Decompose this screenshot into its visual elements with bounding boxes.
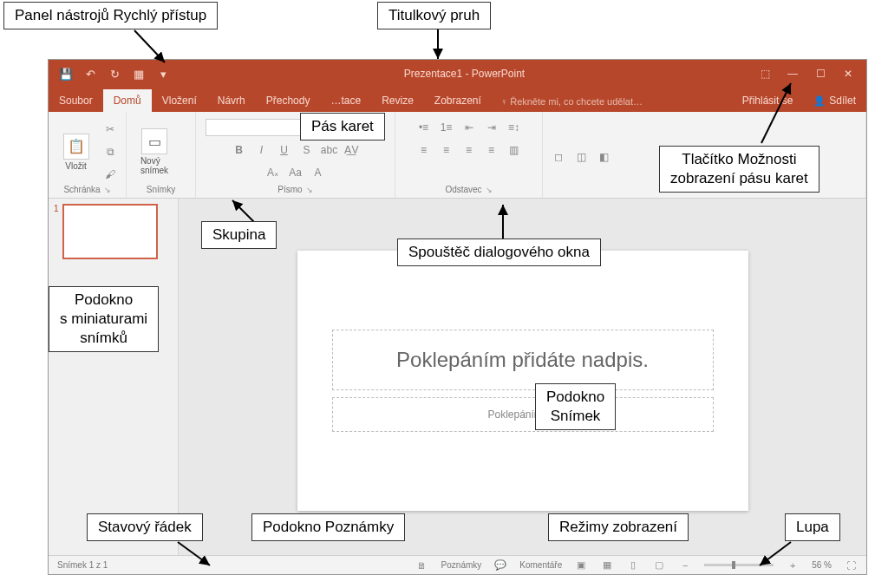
sorter-view-icon[interactable]: ▦ [600, 559, 614, 572]
slideshow-view-icon[interactable]: ▢ [652, 559, 666, 572]
align-right-icon[interactable]: ≡ [460, 141, 478, 159]
callout-thumbs: Podokno s miniaturami snímků [49, 286, 159, 352]
undo-icon[interactable]: ↶ [83, 67, 97, 81]
slide[interactable]: Poklepáním přidáte nadpis. Poklepáním př… [297, 251, 748, 511]
fit-to-window-icon[interactable]: ⛶ [844, 559, 858, 572]
status-bar: Snímek 1 z 1 🗎 Poznámky 💬 Komentáře ▣ ▦ … [49, 555, 866, 574]
align-left-icon[interactable]: ≡ [415, 141, 433, 159]
group-clipboard: 📋 Vložit ✂ ⧉ 🖌 Schránka↘ [49, 112, 127, 198]
maximize-icon[interactable]: ☐ [814, 68, 826, 80]
comments-button[interactable]: Komentáře [519, 560, 562, 570]
group-slides: ▭ Nový snímek Snímky [127, 112, 196, 198]
columns-icon[interactable]: ▥ [506, 141, 523, 159]
tab-insert[interactable]: Vložení [152, 89, 207, 112]
normal-view-icon[interactable]: ▣ [574, 559, 588, 572]
spacing-icon[interactable]: A͟V [343, 141, 361, 159]
line-spacing-icon[interactable]: ≡↕ [506, 119, 523, 136]
tab-transitions[interactable]: Přechody [256, 89, 321, 112]
tell-me-placeholder: Řekněte mi, co chcete udělat… [510, 96, 643, 107]
dialog-launcher-icon[interactable]: ↘ [104, 186, 111, 194]
ribbon-tabs: Soubor Domů Vložení Návrh Přechody …tace… [49, 88, 866, 112]
powerpoint-window: 💾 ↶ ↻ ▦ ▾ Prezentace1 - PowerPoint ⬚ — ☐… [48, 59, 867, 575]
callout-viewmodes: Režimy zobrazení [548, 513, 689, 541]
quick-styles-icon[interactable]: ◧ [595, 148, 612, 166]
slide-thumbnail[interactable]: 1 [54, 204, 173, 259]
callout-ribbon: Pás karet [300, 113, 385, 140]
tab-slideshow[interactable]: …tace [320, 89, 371, 112]
callout-zoom: Lupa [785, 513, 840, 541]
tab-home[interactable]: Domů [103, 89, 152, 112]
slide-counter: Snímek 1 z 1 [57, 560, 108, 570]
tell-me-search[interactable]: ♀ Řekněte mi, co chcete udělat… [492, 91, 651, 112]
new-slide-icon: ▭ [141, 128, 167, 154]
font-family-combo[interactable] [206, 119, 301, 136]
window-title: Prezentace1 - PowerPoint [170, 68, 759, 80]
share-button[interactable]: Sdílet [803, 89, 866, 112]
slide-thumbnail-pane[interactable]: 1 [49, 199, 179, 555]
callout-ribbondisplay: Tlačítko Možnosti zobrazení pásu karet [659, 146, 819, 193]
indent-dec-icon[interactable]: ⇤ [460, 119, 478, 136]
save-icon[interactable]: 💾 [59, 67, 73, 81]
tab-view[interactable]: Zobrazení [424, 89, 492, 112]
notes-button[interactable]: Poznámky [441, 560, 482, 570]
svg-line-5 [178, 542, 210, 565]
cut-icon[interactable]: ✂ [101, 121, 119, 138]
font-color-icon[interactable]: A [310, 164, 327, 181]
tab-review[interactable]: Revize [371, 89, 424, 112]
group-paragraph-label: Odstavec [445, 185, 481, 194]
group-font-label: Písmo [278, 185, 302, 194]
indent-inc-icon[interactable]: ⇥ [483, 119, 500, 136]
callout-statusbar: Stavový řádek [87, 513, 203, 541]
close-icon[interactable]: ✕ [842, 68, 854, 80]
tab-file[interactable]: Soubor [49, 89, 103, 112]
bullets-icon[interactable]: •≡ [415, 119, 433, 136]
callout-notes: Podokno Poznámky [251, 513, 405, 541]
new-slide-button[interactable]: ▭ Nový snímek [134, 123, 175, 180]
subtitle-placeholder[interactable]: Poklepáním při [332, 397, 714, 432]
zoom-out-icon[interactable]: − [678, 559, 692, 572]
group-paragraph: •≡ 1≡ ⇤ ⇥ ≡↕ ≡ ≡ ≡ ≡ ▥ Odstavec↘ [395, 112, 543, 198]
paste-button[interactable]: 📋 Vložit [56, 123, 96, 180]
notes-icon[interactable]: 🗎 [415, 559, 429, 572]
thumbnail-preview[interactable] [62, 204, 158, 259]
callout-launcher: Spouštěč dialogového okna [397, 238, 601, 266]
svg-line-6 [760, 542, 791, 565]
clear-format-icon[interactable]: Aₓ [264, 164, 282, 181]
copy-icon[interactable]: ⧉ [101, 143, 119, 160]
clipboard-icon: 📋 [63, 134, 89, 160]
zoom-level[interactable]: 56 % [812, 560, 832, 570]
justify-icon[interactable]: ≡ [483, 141, 500, 159]
strike-icon[interactable]: S [298, 141, 316, 159]
numbering-icon[interactable]: 1≡ [438, 119, 455, 136]
thumbnail-number: 1 [54, 204, 59, 259]
paste-label: Vložit [65, 161, 86, 171]
shapes-icon[interactable]: ◻ [550, 148, 567, 166]
reading-view-icon[interactable]: ▯ [626, 559, 640, 572]
format-painter-icon[interactable]: 🖌 [101, 166, 119, 183]
redo-icon[interactable]: ↻ [108, 67, 121, 81]
svg-line-4 [761, 83, 791, 143]
title-placeholder[interactable]: Poklepáním přidáte nadpis. [332, 330, 714, 390]
bold-icon[interactable]: B [231, 141, 248, 159]
callout-qat: Panel nástrojů Rychlý přístup [3, 2, 218, 29]
char-case-icon[interactable]: Aa [287, 164, 304, 181]
underline-icon[interactable]: U [276, 141, 293, 159]
arrange-icon[interactable]: ◫ [572, 148, 590, 166]
group-slides-label: Snímky [147, 185, 175, 194]
dialog-launcher-icon[interactable]: ↘ [306, 186, 313, 194]
new-slide-label: Nový snímek [140, 156, 168, 175]
dialog-launcher-icon[interactable]: ↘ [486, 186, 493, 194]
italic-icon[interactable]: I [253, 141, 271, 159]
shadow-icon[interactable]: abc [321, 141, 338, 159]
svg-line-0 [134, 30, 165, 62]
group-clipboard-label: Schránka [63, 185, 100, 194]
callout-slidepane: Podokno Snímek [535, 383, 616, 430]
align-center-icon[interactable]: ≡ [438, 141, 455, 159]
comments-icon[interactable]: 💬 [493, 559, 507, 572]
tab-design[interactable]: Návrh [207, 89, 256, 112]
callout-titlebar: Titulkový pruh [377, 2, 491, 29]
callout-group: Skupina [201, 221, 277, 249]
